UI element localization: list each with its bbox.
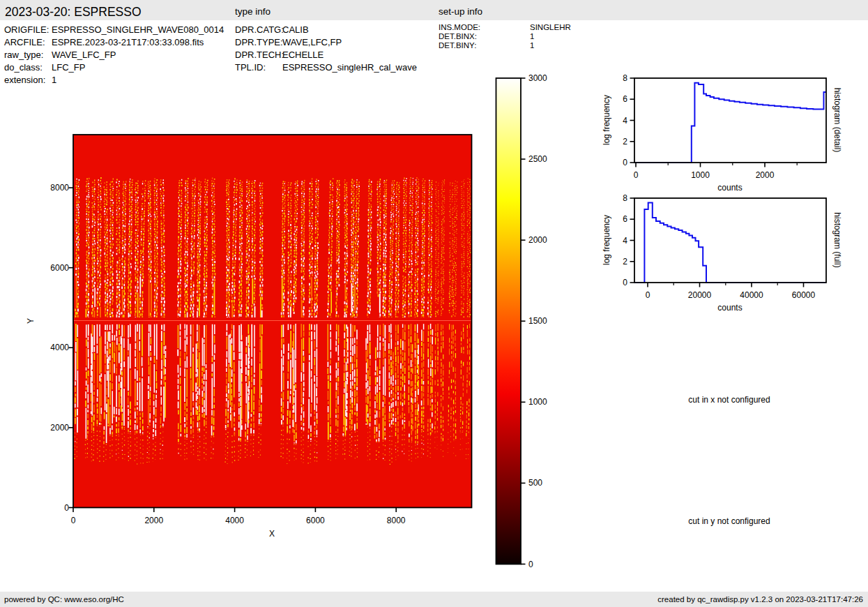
- svg-text:0: 0: [528, 560, 533, 569]
- svg-text:4000: 4000: [225, 516, 244, 525]
- svg-text:1000: 1000: [691, 170, 710, 180]
- svg-text:20000: 20000: [688, 290, 712, 300]
- svg-text:X: X: [269, 529, 275, 539]
- svg-text:6: 6: [623, 94, 627, 104]
- svg-text:cut in x not configured: cut in x not configured: [688, 395, 770, 405]
- svg-text:0: 0: [71, 516, 76, 525]
- svg-text:6000: 6000: [50, 263, 69, 273]
- svg-text:histogram (detail): histogram (detail): [832, 88, 842, 153]
- svg-text:Y: Y: [26, 318, 36, 324]
- svg-text:0: 0: [646, 290, 650, 300]
- svg-text:4000: 4000: [50, 343, 69, 352]
- svg-text:3000: 3000: [528, 73, 547, 83]
- svg-text:1500: 1500: [528, 316, 547, 326]
- svg-text:2000: 2000: [528, 235, 547, 245]
- svg-text:500: 500: [528, 478, 542, 488]
- svg-text:2000: 2000: [756, 170, 775, 180]
- svg-text:4: 4: [623, 116, 627, 126]
- svg-text:60000: 60000: [792, 290, 816, 300]
- svg-text:2: 2: [623, 257, 627, 267]
- svg-text:0: 0: [634, 170, 639, 180]
- svg-text:histogram (full): histogram (full): [832, 212, 842, 267]
- svg-text:2500: 2500: [528, 154, 547, 164]
- svg-text:2: 2: [623, 137, 627, 147]
- svg-text:1000: 1000: [528, 397, 547, 407]
- svg-text:0: 0: [623, 158, 627, 167]
- svg-text:8: 8: [623, 73, 627, 83]
- svg-text:0: 0: [64, 503, 69, 513]
- svg-text:6: 6: [623, 214, 627, 224]
- svg-text:8000: 8000: [387, 516, 406, 525]
- svg-text:40000: 40000: [740, 290, 763, 300]
- svg-text:cut in y not configured: cut in y not configured: [688, 516, 770, 526]
- svg-text:0: 0: [623, 278, 627, 287]
- svg-text:2000: 2000: [144, 516, 163, 525]
- svg-text:counts: counts: [717, 183, 742, 193]
- svg-text:4: 4: [623, 236, 627, 246]
- svg-text:8: 8: [623, 193, 627, 203]
- svg-text:2000: 2000: [50, 423, 69, 433]
- svg-text:8000: 8000: [50, 183, 69, 193]
- svg-text:6000: 6000: [306, 516, 325, 525]
- svg-text:counts: counts: [717, 303, 742, 313]
- svg-text:log frequency: log frequency: [602, 215, 611, 265]
- svg-text:log frequency: log frequency: [602, 95, 611, 145]
